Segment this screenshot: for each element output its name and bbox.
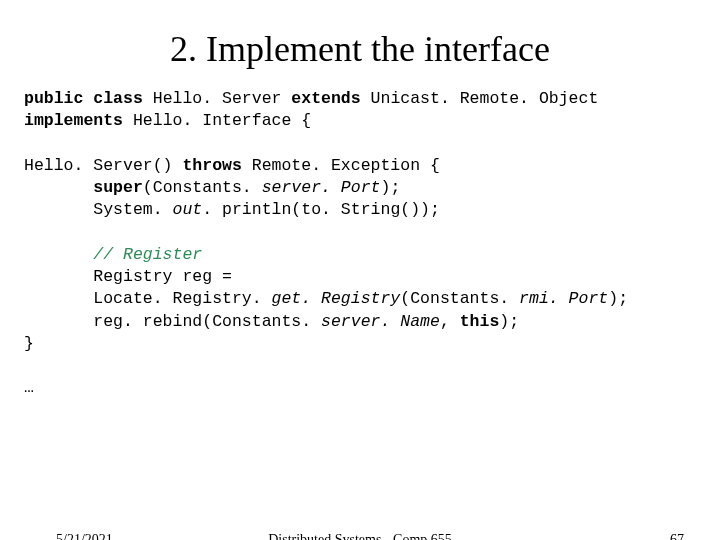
txt-close-brace: }	[24, 334, 34, 353]
it-get-registry: get. Registry	[272, 289, 401, 308]
it-out: out	[173, 200, 203, 219]
it-rmi-port: rmi. Port	[519, 289, 608, 308]
txt-uro: Unicast. Remote. Object	[371, 89, 599, 108]
txt-println: . println(to. String());	[202, 200, 440, 219]
txt-ctor: Hello. Server()	[24, 156, 182, 175]
footer-page-number: 67	[670, 532, 684, 540]
txt-rebind1: reg. rebind(Constants.	[24, 312, 321, 331]
txt-paren3: );	[499, 312, 519, 331]
kw-this: this	[460, 312, 500, 331]
slide-footer: 5/21/2021 Distributed Systems - Comp 655…	[0, 532, 720, 540]
footer-date: 5/21/2021	[56, 532, 113, 540]
txt-paren1: );	[380, 178, 400, 197]
it-server-port: server. Port	[262, 178, 381, 197]
txt-paren2: );	[608, 289, 628, 308]
kw-throws: throws	[182, 156, 251, 175]
txt-hello-interface: Hello. Interface {	[133, 111, 311, 130]
txt-comma: ,	[440, 312, 460, 331]
slide-title: 2. Implement the interface	[0, 28, 720, 70]
txt-hello-server: Hello. Server	[153, 89, 292, 108]
kw-super: super	[24, 178, 143, 197]
kw-extends: extends	[291, 89, 370, 108]
txt-remote-ex: Remote. Exception {	[252, 156, 440, 175]
txt-const1: (Constants.	[143, 178, 262, 197]
txt-reg-decl: Registry reg =	[24, 267, 232, 286]
txt-system: System.	[24, 200, 173, 219]
slide: 2. Implement the interface public class …	[0, 28, 720, 540]
kw-implements: implements	[24, 111, 133, 130]
it-server-name: server. Name	[321, 312, 440, 331]
txt-locate: Locate. Registry.	[24, 289, 272, 308]
txt-ellipsis: …	[24, 378, 34, 397]
code-block: public class Hello. Server extends Unica…	[24, 88, 720, 400]
comment-register: // Register	[24, 245, 202, 264]
txt-const2: (Constants.	[400, 289, 519, 308]
kw-public-class: public class	[24, 89, 153, 108]
